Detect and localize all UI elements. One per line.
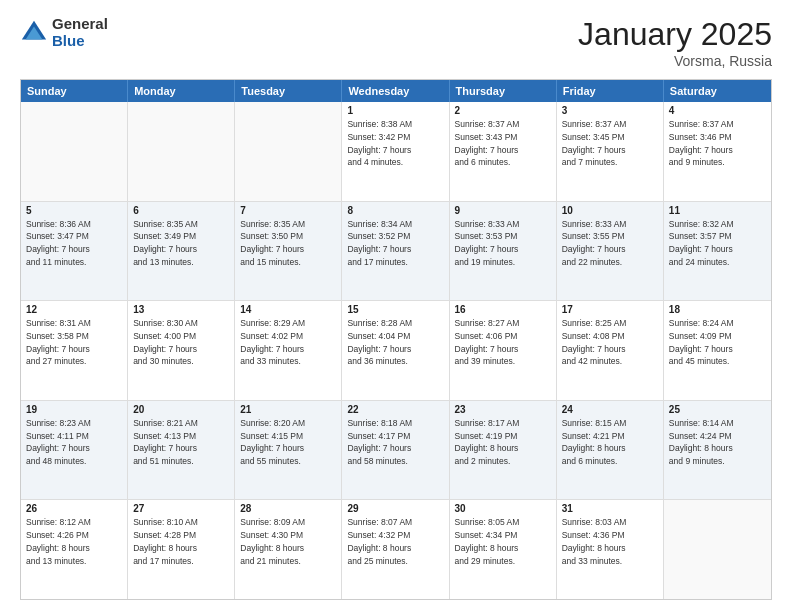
header: General Blue January 2025 Vorsma, Russia <box>20 16 772 69</box>
cell-info-line: and 22 minutes. <box>562 256 658 269</box>
header-day-wednesday: Wednesday <box>342 80 449 102</box>
day-number: 15 <box>347 304 443 315</box>
cell-info-line: Sunset: 3:52 PM <box>347 230 443 243</box>
day-number: 8 <box>347 205 443 216</box>
cell-info-line: Daylight: 8 hours <box>562 442 658 455</box>
cell-info-line: Sunset: 3:58 PM <box>26 330 122 343</box>
cell-info: Sunrise: 8:23 AMSunset: 4:11 PMDaylight:… <box>26 417 122 468</box>
cell-info-line: Sunrise: 8:17 AM <box>455 417 551 430</box>
cell-info: Sunrise: 8:34 AMSunset: 3:52 PMDaylight:… <box>347 218 443 269</box>
cell-info-line: and 48 minutes. <box>26 455 122 468</box>
cell-info-line: Sunset: 4:00 PM <box>133 330 229 343</box>
cell-info-line: Sunset: 4:26 PM <box>26 529 122 542</box>
cell-info-line: Sunset: 4:06 PM <box>455 330 551 343</box>
cell-info-line: Daylight: 7 hours <box>347 442 443 455</box>
day-number: 27 <box>133 503 229 514</box>
day-cell-22: 22Sunrise: 8:18 AMSunset: 4:17 PMDayligh… <box>342 401 449 500</box>
cell-info-line: and 6 minutes. <box>562 455 658 468</box>
cell-info-line: Sunrise: 8:21 AM <box>133 417 229 430</box>
day-cell-6: 6Sunrise: 8:35 AMSunset: 3:49 PMDaylight… <box>128 202 235 301</box>
cell-info-line: Daylight: 7 hours <box>240 343 336 356</box>
day-number: 22 <box>347 404 443 415</box>
cell-info-line: Sunrise: 8:15 AM <box>562 417 658 430</box>
cell-info-line: Sunrise: 8:33 AM <box>455 218 551 231</box>
cell-info-line: Sunset: 4:28 PM <box>133 529 229 542</box>
cell-info: Sunrise: 8:29 AMSunset: 4:02 PMDaylight:… <box>240 317 336 368</box>
cell-info-line: Daylight: 8 hours <box>669 442 766 455</box>
cell-info-line: Sunrise: 8:35 AM <box>133 218 229 231</box>
cell-info: Sunrise: 8:03 AMSunset: 4:36 PMDaylight:… <box>562 516 658 567</box>
cell-info-line: and 24 minutes. <box>669 256 766 269</box>
day-number: 19 <box>26 404 122 415</box>
cell-info-line: and 11 minutes. <box>26 256 122 269</box>
cell-info-line: Sunrise: 8:36 AM <box>26 218 122 231</box>
cell-info-line: Daylight: 7 hours <box>562 343 658 356</box>
day-cell-2: 2Sunrise: 8:37 AMSunset: 3:43 PMDaylight… <box>450 102 557 201</box>
cell-info-line: Daylight: 7 hours <box>133 243 229 256</box>
cell-info: Sunrise: 8:17 AMSunset: 4:19 PMDaylight:… <box>455 417 551 468</box>
cell-info: Sunrise: 8:33 AMSunset: 3:55 PMDaylight:… <box>562 218 658 269</box>
day-number: 5 <box>26 205 122 216</box>
calendar: SundayMondayTuesdayWednesdayThursdayFrid… <box>20 79 772 600</box>
day-number: 11 <box>669 205 766 216</box>
cell-info-line: Sunrise: 8:37 AM <box>562 118 658 131</box>
day-cell-16: 16Sunrise: 8:27 AMSunset: 4:06 PMDayligh… <box>450 301 557 400</box>
logo-text: General Blue <box>52 16 108 49</box>
day-number: 14 <box>240 304 336 315</box>
day-cell-11: 11Sunrise: 8:32 AMSunset: 3:57 PMDayligh… <box>664 202 771 301</box>
day-number: 9 <box>455 205 551 216</box>
cell-info: Sunrise: 8:20 AMSunset: 4:15 PMDaylight:… <box>240 417 336 468</box>
day-cell-21: 21Sunrise: 8:20 AMSunset: 4:15 PMDayligh… <box>235 401 342 500</box>
day-number: 29 <box>347 503 443 514</box>
cell-info-line: Daylight: 7 hours <box>669 243 766 256</box>
day-number: 16 <box>455 304 551 315</box>
cell-info-line: Daylight: 8 hours <box>240 542 336 555</box>
title-section: January 2025 Vorsma, Russia <box>578 16 772 69</box>
cell-info: Sunrise: 8:30 AMSunset: 4:00 PMDaylight:… <box>133 317 229 368</box>
calendar-header: SundayMondayTuesdayWednesdayThursdayFrid… <box>21 80 771 102</box>
cell-info-line: and 45 minutes. <box>669 355 766 368</box>
day-cell-1: 1Sunrise: 8:38 AMSunset: 3:42 PMDaylight… <box>342 102 449 201</box>
cell-info-line: Sunset: 3:50 PM <box>240 230 336 243</box>
cell-info-line: Daylight: 7 hours <box>26 343 122 356</box>
cell-info: Sunrise: 8:10 AMSunset: 4:28 PMDaylight:… <box>133 516 229 567</box>
cell-info-line: Sunset: 3:47 PM <box>26 230 122 243</box>
cell-info-line: Daylight: 8 hours <box>562 542 658 555</box>
day-number: 18 <box>669 304 766 315</box>
cell-info-line: and 21 minutes. <box>240 555 336 568</box>
cell-info: Sunrise: 8:33 AMSunset: 3:53 PMDaylight:… <box>455 218 551 269</box>
cell-info-line: Sunset: 3:55 PM <box>562 230 658 243</box>
empty-cell <box>128 102 235 201</box>
day-cell-24: 24Sunrise: 8:15 AMSunset: 4:21 PMDayligh… <box>557 401 664 500</box>
cell-info-line: Sunrise: 8:12 AM <box>26 516 122 529</box>
cell-info-line: Sunset: 3:45 PM <box>562 131 658 144</box>
cell-info: Sunrise: 8:14 AMSunset: 4:24 PMDaylight:… <box>669 417 766 468</box>
cell-info: Sunrise: 8:21 AMSunset: 4:13 PMDaylight:… <box>133 417 229 468</box>
day-cell-29: 29Sunrise: 8:07 AMSunset: 4:32 PMDayligh… <box>342 500 449 599</box>
cell-info-line: Sunset: 3:46 PM <box>669 131 766 144</box>
cell-info: Sunrise: 8:28 AMSunset: 4:04 PMDaylight:… <box>347 317 443 368</box>
cell-info-line: and 33 minutes. <box>562 555 658 568</box>
empty-cell <box>21 102 128 201</box>
cell-info-line: Sunrise: 8:38 AM <box>347 118 443 131</box>
day-cell-19: 19Sunrise: 8:23 AMSunset: 4:11 PMDayligh… <box>21 401 128 500</box>
day-cell-3: 3Sunrise: 8:37 AMSunset: 3:45 PMDaylight… <box>557 102 664 201</box>
cell-info-line: and 33 minutes. <box>240 355 336 368</box>
cell-info-line: Sunrise: 8:24 AM <box>669 317 766 330</box>
cell-info-line: Sunrise: 8:23 AM <box>26 417 122 430</box>
cell-info-line: Daylight: 8 hours <box>347 542 443 555</box>
day-cell-10: 10Sunrise: 8:33 AMSunset: 3:55 PMDayligh… <box>557 202 664 301</box>
cell-info-line: and 29 minutes. <box>455 555 551 568</box>
cell-info: Sunrise: 8:18 AMSunset: 4:17 PMDaylight:… <box>347 417 443 468</box>
cell-info-line: Sunrise: 8:10 AM <box>133 516 229 529</box>
cell-info-line: and 39 minutes. <box>455 355 551 368</box>
day-number: 4 <box>669 105 766 116</box>
cell-info-line: Sunrise: 8:20 AM <box>240 417 336 430</box>
day-cell-20: 20Sunrise: 8:21 AMSunset: 4:13 PMDayligh… <box>128 401 235 500</box>
cell-info-line: Sunset: 4:21 PM <box>562 430 658 443</box>
cell-info-line: and 2 minutes. <box>455 455 551 468</box>
cell-info-line: Daylight: 7 hours <box>133 442 229 455</box>
cell-info: Sunrise: 8:37 AMSunset: 3:46 PMDaylight:… <box>669 118 766 169</box>
cell-info-line: Sunrise: 8:37 AM <box>669 118 766 131</box>
day-number: 24 <box>562 404 658 415</box>
